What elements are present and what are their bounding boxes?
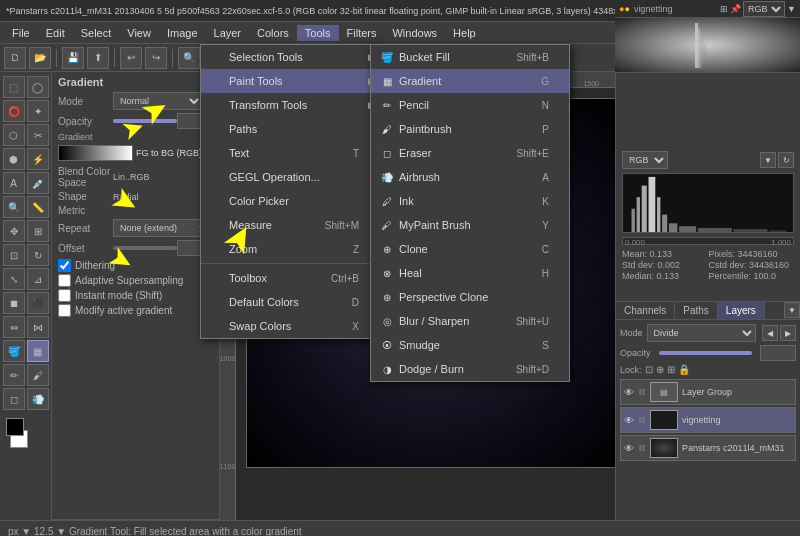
menu-select[interactable]: Select (73, 25, 120, 41)
tool-flip[interactable]: ⇔ (3, 316, 25, 338)
tool-rect-select[interactable]: ⬚ (3, 76, 25, 98)
tool-bucket-fill[interactable]: 🪣 (3, 340, 25, 362)
submenu-heal[interactable]: ⊗ Heal H (371, 261, 569, 285)
tool-rotate[interactable]: ↻ (27, 244, 49, 266)
menu-paint-tools[interactable]: Paint Tools ▶ (201, 69, 379, 93)
menu-file[interactable]: File (4, 25, 38, 41)
offset-slider[interactable] (113, 246, 177, 250)
tool-free-select[interactable]: ⭕ (3, 100, 25, 122)
layer-opacity-slider[interactable] (659, 351, 752, 355)
menu-windows[interactable]: Windows (384, 25, 445, 41)
submenu-gradient[interactable]: ▦ Gradient G (371, 69, 569, 93)
tool-text[interactable]: A (3, 172, 25, 194)
foreground-color[interactable] (6, 418, 24, 436)
menu-zoom[interactable]: Zoom Z (201, 237, 379, 261)
menu-measure[interactable]: Measure Shift+M (201, 213, 379, 237)
tool-perspective[interactable]: ⏹ (3, 292, 25, 314)
histogram-range[interactable]: 0.000 1.000 (622, 237, 794, 245)
menu-toolbox[interactable]: Toolbox Ctrl+B (201, 266, 379, 290)
menu-help[interactable]: Help (445, 25, 484, 41)
dithering-checkbox[interactable] (58, 259, 71, 272)
tool-shear[interactable]: ⊿ (27, 268, 49, 290)
undo-button[interactable]: ↩ (120, 47, 142, 69)
tool-scale[interactable]: ⤡ (3, 268, 25, 290)
menu-transform-tools[interactable]: Transform Tools ▶ (201, 93, 379, 117)
layer-item-group[interactable]: 👁 ⛓ ▤ Layer Group (620, 379, 796, 405)
tool-transform-3d[interactable]: ⬛ (27, 292, 49, 314)
submenu-clone[interactable]: ⊕ Clone C (371, 237, 569, 261)
submenu-blur[interactable]: ◎ Blur / Sharpen Shift+U (371, 309, 569, 333)
layer-item-panstarrs[interactable]: 👁 ⛓ Panstarrs c2011l4_mM31 (620, 435, 796, 461)
tool-airbrush[interactable]: 💨 (27, 388, 49, 410)
layer-eye-vignetting[interactable]: 👁 (624, 415, 634, 426)
tool-by-color[interactable]: ⬡ (3, 124, 25, 146)
tab-settings-btn[interactable]: ▼ (784, 302, 800, 318)
histogram-settings-btn[interactable]: ▼ (760, 152, 776, 168)
tool-crop[interactable]: ⊡ (3, 244, 25, 266)
menu-color-picker[interactable]: Color Picker (201, 189, 379, 213)
menu-edit[interactable]: Edit (38, 25, 73, 41)
tool-paintbrush[interactable]: 🖌 (27, 364, 49, 386)
tool-warp[interactable]: ⋈ (27, 316, 49, 338)
layer-eye-group[interactable]: 👁 (624, 387, 634, 398)
submenu-pencil[interactable]: ✏ Pencil N (371, 93, 569, 117)
tab-layers[interactable]: Layers (718, 302, 765, 319)
lock-pixels-icon[interactable]: ⊡ (645, 364, 653, 375)
submenu-mypaint[interactable]: 🖋 MyPaint Brush Y (371, 213, 569, 237)
tool-gradient[interactable]: ▦ (27, 340, 49, 362)
submenu-paintbrush[interactable]: 🖌 Paintbrush P (371, 117, 569, 141)
tool-fuzzy-select[interactable]: ✦ (27, 100, 49, 122)
layer-mode-arrow-right[interactable]: ▶ (780, 325, 796, 341)
menu-default-colors[interactable]: Default Colors D (201, 290, 379, 314)
menu-layer[interactable]: Layer (206, 25, 250, 41)
menu-swap-colors[interactable]: Swap Colors X (201, 314, 379, 338)
tab-channels[interactable]: Channels (616, 302, 675, 319)
tab-paths[interactable]: Paths (675, 302, 718, 319)
tool-paths[interactable]: ⚡ (27, 148, 49, 170)
submenu-ink[interactable]: 🖊 Ink K (371, 189, 569, 213)
submenu-eraser[interactable]: ◻ Eraser Shift+E (371, 141, 569, 165)
new-button[interactable]: 🗋 (4, 47, 26, 69)
tool-align[interactable]: ⊞ (27, 220, 49, 242)
menu-colors[interactable]: Colors (249, 25, 297, 41)
instant-mode-checkbox[interactable] (58, 289, 71, 302)
lock-alpha-icon[interactable]: ⊞ (667, 364, 675, 375)
tool-scissors[interactable]: ✂ (27, 124, 49, 146)
menu-filters[interactable]: Filters (339, 25, 385, 41)
submenu-bucket-fill[interactable]: 🪣 Bucket Fill Shift+B (371, 45, 569, 69)
save-button[interactable]: 💾 (62, 47, 84, 69)
tool-ellipse-select[interactable]: ◯ (27, 76, 49, 98)
histogram-channel-select[interactable]: RGB (622, 151, 668, 169)
opacity-slider[interactable] (113, 119, 177, 123)
tool-zoom[interactable]: 🔍 (3, 196, 25, 218)
menu-selection-tools[interactable]: Selection Tools ▶ (201, 45, 379, 69)
zoom-in-button[interactable]: 🔍 (178, 47, 200, 69)
lock-position-icon[interactable]: ⊕ (656, 364, 664, 375)
layer-mode-select[interactable]: Divide (647, 324, 756, 342)
menu-text[interactable]: Text T (201, 141, 379, 165)
tool-move[interactable]: ✥ (3, 220, 25, 242)
menu-tools[interactable]: Tools (297, 25, 339, 41)
submenu-smudge[interactable]: ⦿ Smudge S (371, 333, 569, 357)
menu-paths[interactable]: Paths (201, 117, 379, 141)
layer-item-vignetting[interactable]: 👁 ⛓ vignetting (620, 407, 796, 433)
menu-image[interactable]: Image (159, 25, 206, 41)
mode-select[interactable]: Normal (113, 92, 203, 110)
tool-measure[interactable]: 📏 (27, 196, 49, 218)
tool-pencil[interactable]: ✏ (3, 364, 25, 386)
modify-gradient-checkbox[interactable] (58, 304, 71, 317)
redo-button[interactable]: ↪ (145, 47, 167, 69)
lock-all-icon[interactable]: 🔒 (678, 364, 690, 375)
submenu-perspective-clone[interactable]: ⊛ Perspective Clone (371, 285, 569, 309)
tool-foreground-select[interactable]: ⬢ (3, 148, 25, 170)
tool-color-picker[interactable]: 💉 (27, 172, 49, 194)
supersampling-checkbox[interactable] (58, 274, 71, 287)
layer-eye-panstarrs[interactable]: 👁 (624, 443, 634, 454)
menu-gegl[interactable]: GEGL Operation... (201, 165, 379, 189)
histogram-refresh-btn[interactable]: ↻ (778, 152, 794, 168)
tool-eraser[interactable]: ◻ (3, 388, 25, 410)
open-button[interactable]: 📂 (29, 47, 51, 69)
layer-mode-arrow-left[interactable]: ◀ (762, 325, 778, 341)
submenu-airbrush[interactable]: 💨 Airbrush A (371, 165, 569, 189)
menu-view[interactable]: View (119, 25, 159, 41)
